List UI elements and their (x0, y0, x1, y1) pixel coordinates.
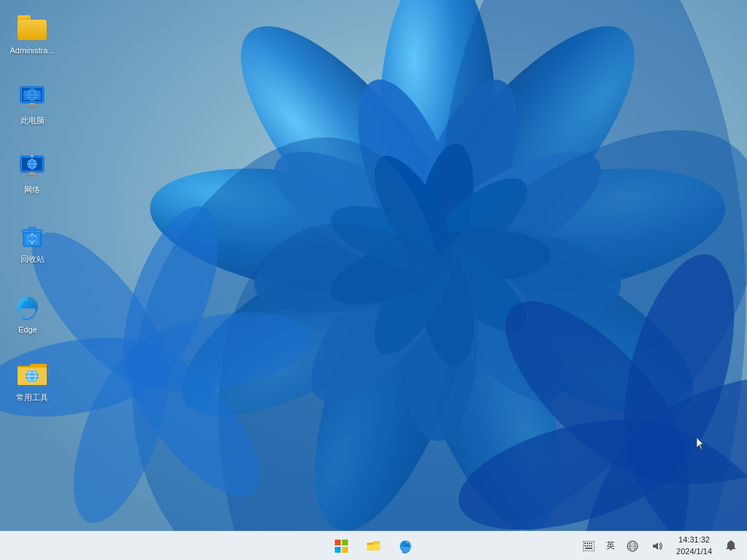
monitor-icon (18, 83, 47, 112)
desktop-icon-recycle-bin[interactable]: 回收站 (6, 219, 58, 267)
svg-rect-52 (26, 175, 38, 176)
network-tray-icon[interactable] (622, 536, 643, 556)
icon-label-edge: Edge (18, 324, 37, 335)
svg-rect-51 (29, 172, 35, 175)
edge-icon (13, 292, 42, 322)
icon-label-this-pc: 此电脑 (20, 115, 44, 125)
start-button[interactable] (327, 532, 356, 561)
svg-rect-81 (589, 542, 590, 544)
svg-rect-42 (29, 103, 35, 106)
ime-indicator[interactable]: 英 (603, 538, 618, 553)
icon-label-common-tools: 常用工具 (16, 392, 48, 402)
svg-rect-82 (591, 542, 592, 544)
svg-rect-85 (589, 545, 590, 546)
volume-icon[interactable] (647, 536, 667, 556)
network-icon (18, 152, 47, 182)
icon-label-recycle-bin: 回收站 (20, 254, 44, 264)
file-explorer-button[interactable] (359, 532, 388, 561)
desktop: Administra... 此电脑 (0, 0, 747, 531)
svg-rect-80 (587, 542, 588, 544)
svg-rect-62 (28, 228, 36, 230)
svg-rect-84 (587, 545, 588, 546)
taskbar: 英 14:31:32 2024/1/14 (0, 531, 747, 560)
edge-taskbar-button[interactable] (391, 532, 420, 561)
svg-rect-76 (367, 544, 380, 551)
icon-label-administrator: Administra... (9, 45, 54, 55)
notification-icon[interactable] (721, 536, 741, 556)
keyboard-icon[interactable] (578, 536, 599, 556)
desktop-icon-network[interactable]: 网络 (6, 149, 58, 198)
svg-rect-73 (342, 540, 348, 545)
svg-rect-43 (26, 106, 38, 107)
svg-rect-77 (367, 543, 374, 545)
svg-rect-79 (584, 542, 586, 544)
desktop-icon-common-tools[interactable]: 常用工具 (6, 357, 58, 405)
folder-icon (18, 13, 47, 42)
taskbar-center (327, 532, 420, 561)
date-display: 2024/1/14 (676, 546, 712, 557)
svg-rect-86 (591, 545, 592, 546)
svg-rect-75 (342, 547, 348, 553)
desktop-icon-administrator[interactable]: Administra... (6, 10, 58, 58)
desktop-icon-edge[interactable]: Edge (1, 289, 54, 338)
clock-display[interactable]: 14:31:32 2024/1/14 (672, 533, 716, 559)
svg-rect-83 (584, 545, 586, 546)
common-tools-icon (18, 360, 47, 389)
desktop-icon-this-pc[interactable]: 此电脑 (6, 80, 58, 128)
recycle-bin-icon (18, 222, 47, 251)
svg-rect-72 (335, 540, 341, 545)
time-display: 14:31:32 (678, 534, 710, 545)
svg-rect-87 (585, 548, 592, 549)
svg-rect-74 (335, 547, 341, 553)
taskbar-tray: 英 14:31:32 2024/1/14 (578, 533, 747, 559)
icon-label-network: 网络 (24, 184, 40, 195)
